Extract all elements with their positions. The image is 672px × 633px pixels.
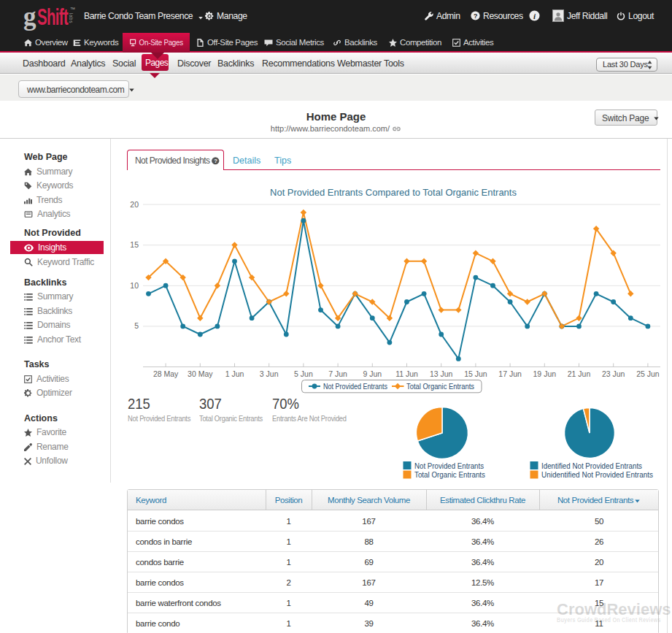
svg-text:3 Jun: 3 Jun [260,369,279,378]
svg-text:7 Jun: 7 Jun [328,369,347,378]
svg-text:15 Jun: 15 Jun [464,369,487,378]
svg-text:19 Jun: 19 Jun [533,369,557,378]
svg-text:?: ? [474,12,477,20]
svg-text:Total Organic Entrants: Total Organic Entrants [406,382,474,391]
svg-text:Unidentified Not Provided Entr: Unidentified Not Provided Entrants [541,470,653,479]
svg-text:10: 10 [130,281,139,290]
svg-text:30 May: 30 May [188,369,213,378]
svg-text:25 Jun: 25 Jun [636,369,660,378]
svg-text:20: 20 [130,200,139,209]
svg-text:28 May: 28 May [153,369,179,378]
svg-text:Not Provided Entrants: Not Provided Entrants [323,382,387,391]
svg-text:23 Jun: 23 Jun [602,369,625,378]
svg-text:Not Provided Entrants Compared: Not Provided Entrants Compared to Total … [270,187,517,198]
svg-text:Not Provided Entrants: Not Provided Entrants [414,461,484,470]
svg-text:?: ? [214,158,217,164]
svg-text:5 Jun: 5 Jun [294,369,313,378]
svg-text:11 Jun: 11 Jun [395,369,418,378]
svg-text:13 Jun: 13 Jun [430,369,453,378]
svg-text:9 Jun: 9 Jun [363,369,382,378]
svg-text:17 Jun: 17 Jun [498,369,522,378]
svg-text:5: 5 [134,321,139,330]
svg-text:21 Jun: 21 Jun [568,369,591,378]
svg-text:Identified Not Provided Entran: Identified Not Provided Entrants [541,461,642,470]
svg-text:1 Jun: 1 Jun [225,369,244,378]
svg-text:Total Organic Entrants: Total Organic Entrants [414,470,485,479]
svg-text:15: 15 [130,240,139,249]
